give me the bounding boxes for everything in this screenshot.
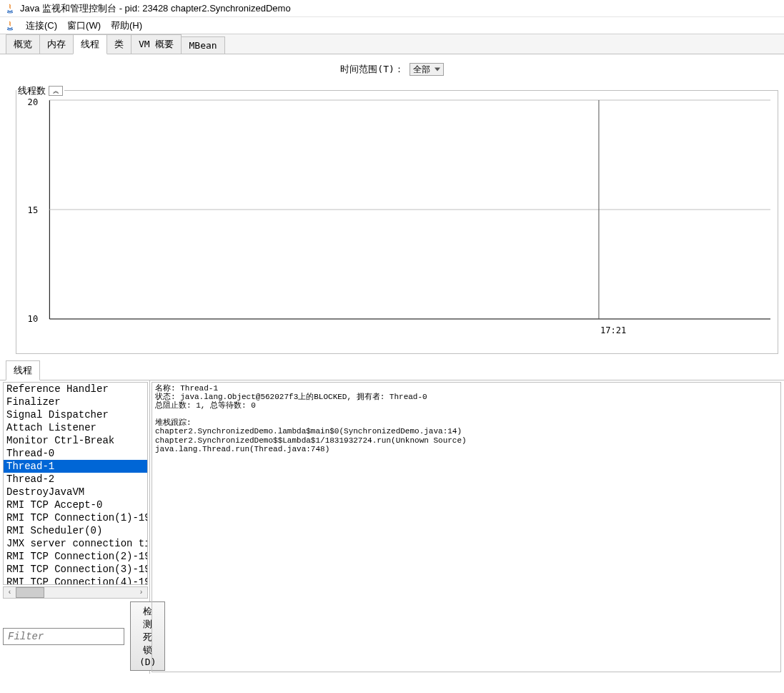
thread-count-chart[interactable]: 20 15 10 17:21	[22, 90, 772, 348]
thread-item[interactable]: Reference Handler	[4, 383, 147, 395]
y-tick-20: 20	[28, 97, 39, 107]
thread-item[interactable]: Attach Listener	[4, 421, 147, 434]
thread-filter-input[interactable]	[3, 628, 124, 645]
thread-item[interactable]: RMI TCP Accept-0	[4, 498, 147, 511]
svg-point-0	[7, 11, 13, 13]
thread-item[interactable]: Finalizer	[4, 395, 147, 408]
menu-window[interactable]: 窗口(W)	[63, 18, 105, 34]
java-icon	[4, 20, 16, 31]
scrollbar-thumb[interactable]	[16, 587, 44, 598]
window-titlebar: Java 监视和管理控制台 - pid: 23428 chapter2.Sync…	[0, 0, 784, 17]
thread-item[interactable]: RMI Scheduler(0)	[4, 524, 147, 537]
thread-list-hscrollbar[interactable]: ‹ ›	[3, 586, 148, 599]
tab-threads[interactable]: 线程	[73, 34, 107, 54]
thread-item[interactable]: Thread-2	[4, 473, 147, 486]
thread-list[interactable]: Reference HandlerFinalizerSignal Dispatc…	[3, 382, 148, 585]
thread-detail-pane[interactable]: 名称: Thread-1 状态: java.lang.Object@562027…	[152, 382, 781, 672]
x-tick-time: 17:21	[600, 325, 626, 335]
thread-item[interactable]: Thread-0	[4, 447, 147, 460]
main-tabbar: 概览 内存 线程 类 VM 概要 MBean	[0, 34, 784, 54]
tab-classes[interactable]: 类	[106, 34, 132, 54]
time-range-row: 时间范围(T)： 全部	[0, 60, 784, 82]
scroll-right-icon[interactable]: ›	[135, 587, 147, 598]
thread-item[interactable]: RMI TCP Connection(3)-192	[4, 563, 147, 576]
window-title: Java 监视和管理控制台 - pid: 23428 chapter2.Sync…	[20, 2, 291, 15]
thread-item[interactable]: Monitor Ctrl-Break	[4, 434, 147, 447]
tab-vm-summary[interactable]: VM 概要	[131, 34, 182, 54]
tab-memory[interactable]: 内存	[39, 34, 74, 54]
java-icon	[4, 3, 16, 14]
thread-item[interactable]: RMI TCP Connection(1)-192	[4, 511, 147, 524]
thread-item[interactable]: JMX server connection tim	[4, 537, 147, 550]
thread-item[interactable]: RMI TCP Connection(4)-192	[4, 576, 147, 585]
thread-list-wrap: Reference HandlerFinalizerSignal Dispatc…	[0, 380, 150, 674]
tab-mbeans[interactable]: MBean	[181, 36, 224, 54]
thread-item[interactable]: Thread-1	[4, 460, 147, 473]
menu-help[interactable]: 帮助(H)	[106, 18, 147, 34]
thread-item[interactable]: DestroyJavaVM	[4, 486, 147, 498]
menubar: 连接(C) 窗口(W) 帮助(H)	[0, 17, 784, 34]
time-range-label: 时间范围(T)：	[340, 64, 403, 74]
content-area: 时间范围(T)： 全部 线程数 ︽ 20 15 10	[0, 54, 784, 674]
thread-item[interactable]: Signal Dispatcher	[4, 408, 147, 421]
thread-panel-body: Reference HandlerFinalizerSignal Dispatc…	[0, 380, 784, 674]
menu-connect[interactable]: 连接(C)	[21, 18, 61, 34]
tab-overview[interactable]: 概览	[6, 34, 40, 54]
y-tick-15: 15	[28, 205, 39, 215]
scroll-left-icon[interactable]: ‹	[4, 587, 16, 598]
thread-panel-tabbar: 线程	[0, 357, 784, 380]
svg-point-1	[7, 29, 13, 30]
time-range-select[interactable]: 全部	[410, 63, 444, 76]
y-tick-10: 10	[28, 314, 39, 324]
thread-panel-tab[interactable]: 线程	[6, 360, 40, 380]
thread-count-chart-group: 线程数 ︽ 20 15 10 17:21	[16, 90, 778, 354]
thread-item[interactable]: RMI TCP Connection(2)-192	[4, 550, 147, 563]
